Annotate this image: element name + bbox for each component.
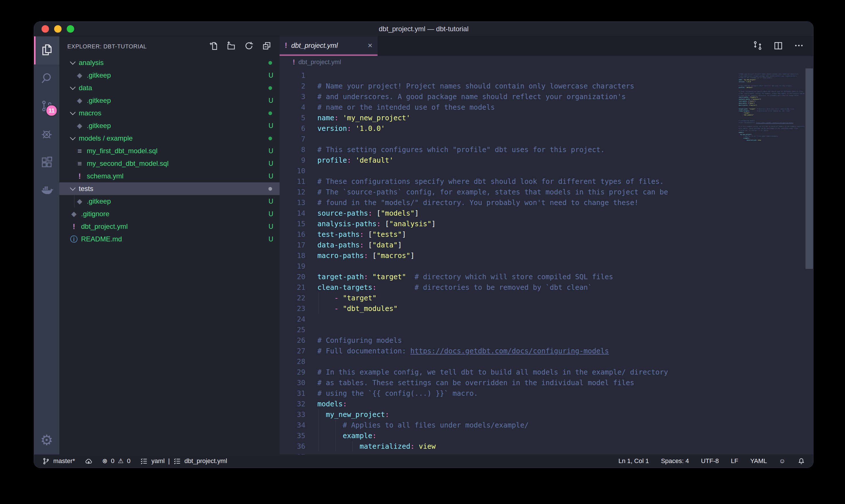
code-line[interactable]: 29# In this example config, we tell dbt … xyxy=(280,367,739,377)
collapse-folders-button[interactable] xyxy=(262,41,272,52)
line-number: 15 xyxy=(280,218,305,229)
feedback-status[interactable]: ☺ xyxy=(779,457,786,465)
tree-item-schema-yml[interactable]: !schema.ymlU xyxy=(59,170,280,182)
editor-mode-status[interactable]: yaml | dbt_project.yml xyxy=(140,457,227,465)
zoom-window-button[interactable] xyxy=(67,25,74,33)
code-line[interactable]: 16test-paths: ["tests"] xyxy=(280,229,739,240)
tree-item-my-first-dbt-model-sql[interactable]: ≡my_first_dbt_model.sqlU xyxy=(59,145,280,157)
docker-activity-button[interactable] xyxy=(34,177,59,205)
tree-item--gitignore[interactable]: ◆.gitignoreU xyxy=(59,208,280,220)
code-line[interactable]: 15analysis-paths: ["analysis"] xyxy=(280,218,739,229)
error-icon: ⊗ xyxy=(102,457,107,465)
tree-item--gitkeep[interactable]: ◆.gitkeepU xyxy=(59,94,280,107)
open-changes-icon[interactable] xyxy=(753,40,763,52)
more-actions-icon[interactable] xyxy=(794,40,804,52)
breadcrumb[interactable]: ! dbt_project.yml xyxy=(280,56,813,69)
code-line[interactable]: 6version: '1.0.0' xyxy=(280,123,739,134)
code-line[interactable]: 14source-paths: ["models"] xyxy=(280,208,739,218)
notifications-status[interactable] xyxy=(797,457,805,465)
code-line[interactable]: 7 xyxy=(280,134,739,144)
extensions-icon xyxy=(40,156,53,170)
tree-item-my-second-dbt-model-sql[interactable]: ≡my_second_dbt_model.sqlU xyxy=(59,157,280,170)
vscode-window: dbt_project.yml — dbt-tutorial xyxy=(34,21,813,468)
tree-item-tests[interactable]: tests xyxy=(59,182,280,195)
tree-item-analysis[interactable]: analysis xyxy=(59,56,280,69)
code-line[interactable]: 2# Name your project! Project names shou… xyxy=(280,81,739,91)
code-line[interactable]: 20target-path: "target" # directory whic… xyxy=(280,271,739,282)
line-number: 18 xyxy=(280,250,305,261)
source-control-activity-button[interactable]: 11 xyxy=(34,92,59,121)
code-line[interactable]: 35 example: xyxy=(280,430,739,441)
code-editor[interactable]: 12# Name your project! Project names sho… xyxy=(280,69,739,454)
tree-item--gitkeep[interactable]: ◆.gitkeepU xyxy=(59,195,280,208)
tree-item-macros[interactable]: macros xyxy=(59,107,280,120)
code-line[interactable]: 23 - "dbt_modules" xyxy=(280,303,739,314)
run-debug-activity-button[interactable] xyxy=(34,121,59,149)
code-line[interactable]: 18macro-paths: ["macros"] xyxy=(280,250,739,261)
code-line[interactable]: 8# This setting configures which "profil… xyxy=(280,144,739,155)
indentation-status[interactable]: Spaces: 4 xyxy=(661,457,689,465)
breadcrumb-file[interactable]: dbt_project.yml xyxy=(299,58,341,66)
extensions-activity-button[interactable] xyxy=(34,149,59,177)
tree-item--gitkeep[interactable]: ◆.gitkeepU xyxy=(59,120,280,132)
code-line[interactable]: 24 xyxy=(280,314,739,324)
cursor-position-status[interactable]: Ln 1, Col 1 xyxy=(618,457,649,465)
git-untracked-badge: U xyxy=(268,147,273,155)
git-branch-status[interactable]: master* xyxy=(42,457,75,465)
code-line[interactable]: 26# Configuring models xyxy=(280,335,739,346)
code-line[interactable]: 37 xyxy=(280,452,739,454)
settings-gear-button[interactable]: ⚙ xyxy=(34,426,59,454)
code-line[interactable]: 3# and underscores. A good package name … xyxy=(280,91,739,102)
code-line[interactable]: 10 xyxy=(280,165,739,176)
tree-item-dbt-project-yml[interactable]: !dbt_project.ymlU xyxy=(59,220,280,233)
code-line[interactable]: 28 xyxy=(280,356,739,367)
new-file-button[interactable] xyxy=(209,41,218,52)
code-line[interactable]: 1 xyxy=(280,70,739,81)
close-window-button[interactable] xyxy=(41,25,49,33)
minimize-window-button[interactable] xyxy=(54,25,61,33)
tree-item-data[interactable]: data xyxy=(59,82,280,94)
refresh-explorer-button[interactable] xyxy=(244,41,254,52)
code-line[interactable]: 21clean-targets: # directories to be rem… xyxy=(280,282,739,293)
new-folder-button[interactable] xyxy=(226,41,236,52)
code-line[interactable]: 27# Full documentation: https://docs.get… xyxy=(280,346,739,356)
line-number: 20 xyxy=(280,271,305,282)
code-line[interactable]: 9profile: 'default' xyxy=(280,155,739,165)
code-line[interactable]: 11# These configurations specify where d… xyxy=(280,176,739,187)
code-line[interactable]: 13# found in the "models/" directory. Yo… xyxy=(280,197,739,208)
code-line[interactable]: 12# The `source-paths` config, for examp… xyxy=(280,187,739,197)
problems-status[interactable]: ⊗ 0 ⚠ 0 xyxy=(102,457,131,465)
minimap[interactable]: # Name your project! Project names shoul… xyxy=(739,69,805,454)
code-line[interactable]: 5name: 'my_new_project' xyxy=(280,112,739,123)
split-editor-icon[interactable] xyxy=(773,40,784,52)
sync-status[interactable] xyxy=(85,457,92,465)
language-status[interactable]: YAML xyxy=(750,457,767,465)
close-tab-icon[interactable]: × xyxy=(368,41,372,50)
code-line[interactable]: 25 xyxy=(280,324,739,335)
code-line[interactable]: 22 - "target" xyxy=(280,293,739,303)
indent-guide xyxy=(319,409,319,420)
tab-dbt-project-yml[interactable]: ! dbt_project.yml × xyxy=(280,36,378,56)
code-line[interactable]: 33 my_new_project: xyxy=(280,409,739,420)
search-icon xyxy=(40,71,53,86)
code-line[interactable]: 34 # Applies to all files under models/e… xyxy=(280,420,739,430)
encoding-status[interactable]: UTF-8 xyxy=(701,457,719,465)
branch-icon xyxy=(42,457,50,465)
tree-item-models-example[interactable]: models / example xyxy=(59,132,280,145)
code-line[interactable]: 32models: xyxy=(280,399,739,409)
code-line[interactable]: 19 xyxy=(280,261,739,271)
search-activity-button[interactable] xyxy=(34,65,59,92)
scrollbar-track xyxy=(805,69,813,454)
code-line[interactable]: 36 materialized: view xyxy=(280,441,739,452)
code-line[interactable]: 4# name or the intended use of these mod… xyxy=(280,102,739,112)
status-bar: master* ⊗ 0 ⚠ 0 yaml | dbt_project.yml xyxy=(34,454,813,468)
code-line[interactable]: 31# using the `{{ config(...) }}` macro. xyxy=(280,388,739,399)
eol-status[interactable]: LF xyxy=(731,457,738,465)
scrollbar-thumb[interactable] xyxy=(806,69,813,269)
tree-item--gitkeep[interactable]: ◆.gitkeepU xyxy=(59,69,280,82)
code-line[interactable]: 30# as tables. These settings can be ove… xyxy=(280,377,739,388)
code-line[interactable]: 17data-paths: ["data"] xyxy=(280,240,739,250)
tree-item-readme-md[interactable]: ⓘREADME.mdU xyxy=(59,233,280,246)
explorer-activity-button[interactable] xyxy=(34,36,59,65)
line-number: 19 xyxy=(280,261,305,271)
